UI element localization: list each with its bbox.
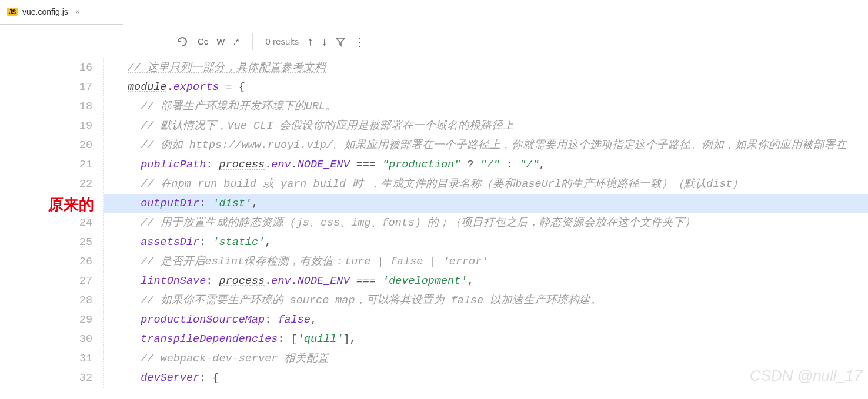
undo-icon[interactable] <box>176 36 189 47</box>
regex-button[interactable]: .* <box>233 36 239 46</box>
line-number: 18 <box>0 97 92 116</box>
line-number: 16 <box>0 58 92 78</box>
separator <box>252 33 253 50</box>
line-number: 30 <box>0 330 92 349</box>
code-line-highlighted[interactable]: outputDir: 'dist', <box>104 194 868 213</box>
code-line[interactable]: productionSourceMap: false, <box>104 310 868 330</box>
code-line[interactable]: // 默认情况下，Vue CLI 会假设你的应用是被部署在一个域名的根路径上 <box>104 116 868 136</box>
code-editor[interactable]: 16 17 18 19 20 21 22 24 25 26 27 28 29 3… <box>0 58 868 388</box>
code-line[interactable]: transpileDependencies: ['quill'], <box>104 330 868 349</box>
line-number: 25 <box>0 233 92 252</box>
code-line[interactable]: assetsDir: 'static', <box>104 233 868 252</box>
code-content[interactable]: 原来的 // 这里只列一部分，具体配置参考文档 module.exports =… <box>103 58 868 388</box>
line-number: 31 <box>0 349 92 368</box>
code-line[interactable]: // 用于放置生成的静态资源 (js、css、img、fonts) 的；（项目打… <box>104 213 868 233</box>
code-line[interactable]: lintOnSave: process.env.NODE_ENV === 'de… <box>104 271 868 291</box>
filter-icon[interactable] <box>335 36 346 47</box>
line-number: 29 <box>0 310 92 330</box>
code-line[interactable]: // 这里只列一部分，具体配置参考文档 <box>104 58 868 78</box>
line-number: 19 <box>0 116 92 136</box>
line-number: 24 <box>0 213 92 233</box>
file-tab[interactable]: JS vue.config.js × <box>0 0 87 24</box>
code-line[interactable]: // 例如 https://www.ruoyi.vip/。如果应用被部署在一个子… <box>104 136 868 155</box>
prev-match-icon[interactable]: ↑ <box>307 35 313 48</box>
code-line[interactable]: publicPath: process.env.NODE_ENV === "pr… <box>104 155 868 175</box>
annotation-label: 原来的 <box>48 195 94 214</box>
line-number: 26 <box>0 252 92 271</box>
line-number: 32 <box>0 368 92 388</box>
line-number: 28 <box>0 291 92 310</box>
results-count: 0 results <box>266 36 299 46</box>
js-file-icon: JS <box>7 8 18 16</box>
more-options-icon[interactable]: ⋮ <box>354 35 365 49</box>
whole-word-button[interactable]: W <box>216 36 225 46</box>
close-icon[interactable]: × <box>75 7 80 16</box>
line-number: 20 <box>0 136 92 155</box>
line-number: 17 <box>0 78 92 97</box>
line-gutter: 16 17 18 19 20 21 22 24 25 26 27 28 29 3… <box>0 58 103 388</box>
watermark: CSDN @null_17 <box>750 366 862 385</box>
match-case-button[interactable]: Cc <box>198 36 208 46</box>
line-number: 21 <box>0 155 92 175</box>
code-line[interactable]: // 部署生产环境和开发环境下的URL。 <box>104 97 868 116</box>
tab-filename: vue.config.js <box>22 7 68 16</box>
next-match-icon[interactable]: ↓ <box>321 35 327 48</box>
tab-bar: JS vue.config.js × <box>0 0 868 24</box>
line-number: 22 <box>0 175 92 194</box>
line-number: 27 <box>0 271 92 291</box>
code-line[interactable]: // 在npm run build 或 yarn build 时 ，生成文件的目… <box>104 175 868 194</box>
code-line[interactable]: // 如果你不需要生产环境的 source map，可以将其设置为 false … <box>104 291 868 310</box>
find-bar: Cc W .* 0 results ↑ ↓ ⋮ <box>0 25 868 58</box>
code-line[interactable]: module.exports = { <box>104 78 868 97</box>
code-line[interactable]: // 是否开启eslint保存检测，有效值：ture | false | 'er… <box>104 252 868 271</box>
